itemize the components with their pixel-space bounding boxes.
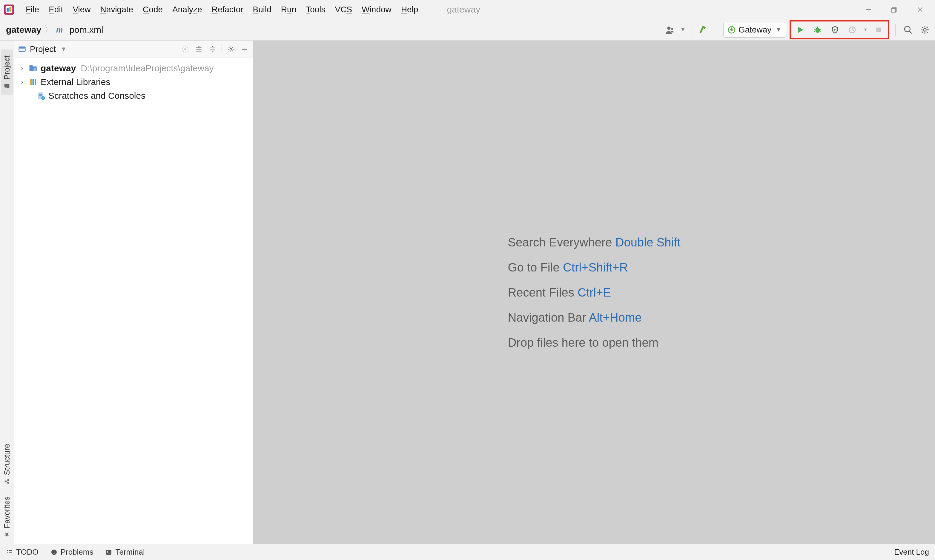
search-everywhere-button[interactable] bbox=[901, 23, 915, 36]
bottom-tab-todo[interactable]: TODO bbox=[6, 548, 39, 557]
maximize-button[interactable] bbox=[889, 4, 900, 15]
toolbar-divider bbox=[895, 24, 896, 36]
svg-line-18 bbox=[815, 31, 816, 31]
hint-row: Go to File Ctrl+Shift+R bbox=[508, 255, 680, 280]
tree-node-external-libraries[interactable]: › External Libraries bbox=[17, 75, 250, 89]
tree-node-name: gateway bbox=[41, 63, 76, 73]
hint-row: Navigation Bar Alt+Home bbox=[508, 305, 680, 330]
tree-node-path: D:\program\IdeaProjects\gateway bbox=[81, 63, 213, 73]
side-tab-structure[interactable]: Structure bbox=[1, 438, 13, 491]
bottom-tab-problems[interactable]: Problems bbox=[51, 548, 94, 557]
run-configuration-name: Gateway bbox=[739, 25, 771, 35]
menu-window[interactable]: Window bbox=[357, 3, 396, 16]
dropdown-arrow-icon[interactable]: ▼ bbox=[680, 26, 686, 33]
svg-rect-71 bbox=[35, 79, 36, 85]
menu-help[interactable]: Help bbox=[396, 3, 423, 16]
svg-rect-24 bbox=[876, 28, 881, 32]
run-configuration-selector[interactable]: Gateway ▼ bbox=[723, 22, 786, 38]
run-buttons-highlight: ▼ bbox=[790, 20, 889, 39]
tree-node-scratches[interactable]: Scratches and Consoles bbox=[17, 89, 250, 103]
menu-view[interactable]: View bbox=[68, 3, 95, 16]
svg-rect-70 bbox=[32, 79, 34, 85]
svg-line-32 bbox=[922, 27, 923, 28]
svg-line-62 bbox=[232, 51, 233, 51]
hint-row: Drop files here to open them bbox=[508, 330, 680, 355]
menu-build[interactable]: Build bbox=[248, 3, 276, 16]
svg-point-47 bbox=[184, 48, 186, 50]
project-tree[interactable]: › gateway D:\program\IdeaProjects\gatewa… bbox=[14, 58, 253, 106]
status-bar: TODO Problems Terminal Event Log bbox=[0, 544, 935, 560]
breadcrumb[interactable]: gateway 〉 m pom.xml bbox=[6, 23, 103, 36]
svg-rect-68 bbox=[34, 68, 36, 71]
menu-code[interactable]: Code bbox=[138, 3, 168, 16]
profile-button[interactable] bbox=[846, 23, 859, 36]
menu-file[interactable]: File bbox=[21, 3, 44, 16]
menu-refactor[interactable]: Refactor bbox=[207, 3, 248, 16]
svg-rect-38 bbox=[8, 482, 9, 484]
run-with-coverage-button[interactable] bbox=[829, 23, 841, 36]
close-button[interactable] bbox=[915, 4, 926, 15]
user-icon[interactable] bbox=[663, 23, 677, 36]
settings-button[interactable] bbox=[918, 23, 932, 36]
toolbar-divider bbox=[717, 24, 717, 36]
svg-marker-54 bbox=[212, 51, 214, 52]
breadcrumb-project[interactable]: gateway bbox=[6, 25, 41, 35]
svg-line-64 bbox=[228, 51, 229, 51]
panel-settings-icon[interactable] bbox=[226, 45, 236, 54]
run-button[interactable] bbox=[794, 23, 807, 36]
breadcrumb-file[interactable]: pom.xml bbox=[69, 25, 103, 35]
svg-line-61 bbox=[228, 47, 229, 48]
stop-button[interactable] bbox=[872, 23, 885, 36]
svg-point-11 bbox=[671, 28, 673, 30]
main-area: Project Structure Favorites Project ▼ bbox=[0, 41, 935, 544]
expand-all-icon[interactable] bbox=[194, 45, 204, 54]
minimize-button[interactable] bbox=[863, 4, 874, 15]
project-view-icon bbox=[18, 45, 26, 54]
svg-text:m: m bbox=[56, 25, 63, 34]
terminal-icon bbox=[105, 549, 112, 556]
menu-vcs[interactable]: VCS bbox=[330, 3, 357, 16]
build-hammer-icon[interactable] bbox=[698, 23, 711, 36]
svg-rect-40 bbox=[5, 480, 6, 482]
svg-rect-3 bbox=[9, 7, 11, 12]
svg-line-63 bbox=[232, 47, 233, 48]
bottom-tab-event-log[interactable]: Event Log bbox=[891, 548, 929, 557]
svg-rect-74 bbox=[39, 95, 42, 96]
svg-marker-13 bbox=[798, 27, 804, 33]
tree-node-root[interactable]: › gateway D:\program\IdeaProjects\gatewa… bbox=[17, 62, 250, 75]
collapse-all-icon[interactable] bbox=[208, 45, 218, 54]
menu-run[interactable]: Run bbox=[276, 3, 301, 16]
menu-tools[interactable]: Tools bbox=[301, 3, 330, 16]
menu-navigate[interactable]: Navigate bbox=[96, 3, 138, 16]
svg-point-14 bbox=[816, 28, 820, 33]
side-tab-project[interactable]: Project bbox=[1, 49, 13, 95]
side-tab-favorites[interactable]: Favorites bbox=[1, 491, 13, 544]
libraries-icon bbox=[29, 78, 38, 86]
debug-button[interactable] bbox=[811, 23, 824, 36]
svg-point-56 bbox=[230, 48, 232, 50]
editor-empty-state[interactable]: Search Everywhere Double Shift Go to Fil… bbox=[253, 41, 935, 544]
navigation-bar: gateway 〉 m pom.xml ▼ Gateway ▼ bbox=[0, 19, 935, 41]
svg-rect-39 bbox=[8, 479, 9, 481]
dropdown-arrow-icon[interactable]: ▼ bbox=[61, 46, 66, 52]
breadcrumb-separator: 〉 bbox=[44, 23, 53, 36]
select-opened-file-icon[interactable] bbox=[181, 45, 190, 54]
menu-analyze[interactable]: Analyze bbox=[168, 3, 207, 16]
menu-bar: File Edit View Navigate Code Analyze Ref… bbox=[0, 0, 935, 19]
svg-rect-73 bbox=[39, 94, 42, 95]
todo-icon bbox=[6, 549, 13, 556]
svg-point-84 bbox=[54, 553, 54, 554]
hide-panel-icon[interactable] bbox=[240, 45, 249, 54]
project-panel-header: Project ▼ bbox=[14, 41, 253, 58]
window-title: gateway bbox=[447, 5, 480, 15]
chevron-right-icon[interactable]: › bbox=[19, 78, 26, 86]
chevron-right-icon[interactable]: › bbox=[19, 65, 26, 72]
svg-line-23 bbox=[852, 30, 854, 31]
svg-rect-67 bbox=[29, 65, 33, 67]
project-panel-title[interactable]: Project bbox=[30, 45, 56, 54]
dropdown-arrow-icon[interactable]: ▼ bbox=[863, 27, 868, 32]
svg-marker-55 bbox=[212, 46, 214, 47]
bottom-tab-terminal[interactable]: Terminal bbox=[105, 548, 145, 557]
svg-marker-51 bbox=[198, 46, 200, 47]
menu-edit[interactable]: Edit bbox=[44, 3, 68, 16]
